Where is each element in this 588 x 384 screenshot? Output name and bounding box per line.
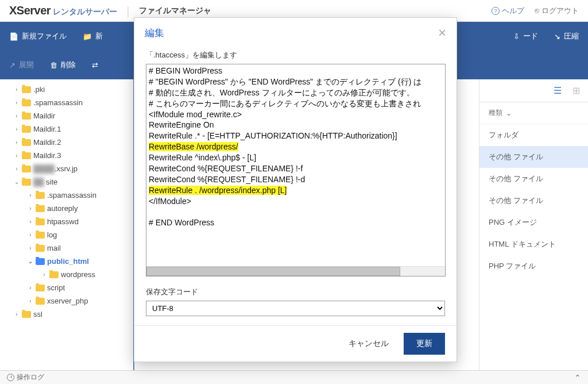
update-button[interactable]: 更新	[404, 333, 445, 355]
horizontal-scrollbar[interactable]	[146, 266, 445, 276]
edit-file-label: 「.htaccess」を編集します	[146, 50, 445, 60]
encoding-select[interactable]: UTF-8	[146, 301, 445, 316]
encoding-label: 保存文字コード	[146, 287, 445, 297]
edit-modal: 編集 × 「.htaccess」を編集します # BEGIN WordPress…	[134, 17, 457, 362]
file-editor[interactable]: # BEGIN WordPress# "BEGIN WordPress" から …	[146, 64, 446, 277]
modal-title: 編集	[145, 26, 164, 40]
close-icon[interactable]: ×	[438, 26, 446, 40]
cancel-button[interactable]: キャンセル	[349, 339, 389, 349]
